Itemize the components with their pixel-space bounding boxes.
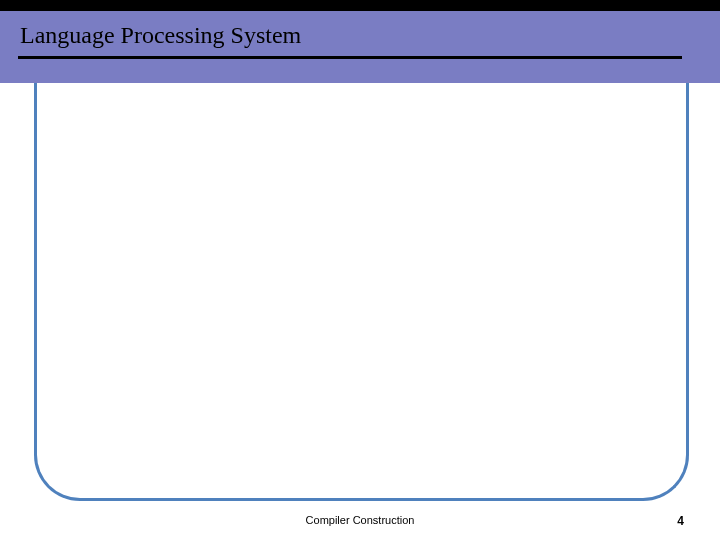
- footer-text: Compiler Construction: [0, 514, 720, 526]
- content-frame: [34, 83, 689, 501]
- top-black-bar: [0, 0, 720, 11]
- page-number: 4: [677, 514, 684, 528]
- slide-title: Language Processing System: [20, 22, 301, 49]
- title-underline: [18, 56, 682, 59]
